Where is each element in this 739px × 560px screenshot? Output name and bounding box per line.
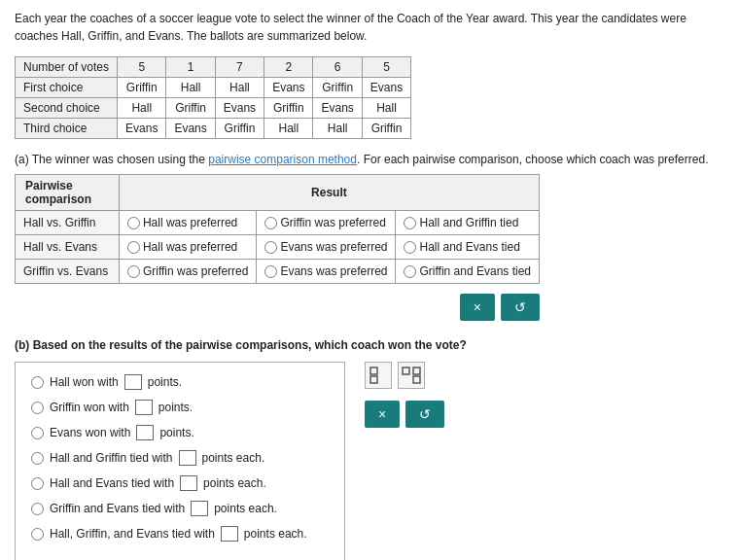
radio-hall-preferred-he[interactable] xyxy=(127,241,140,254)
radio-griffin-won[interactable] xyxy=(31,402,44,414)
hall-evans-tied-input[interactable] xyxy=(180,475,197,491)
ballot-header-2: 1 xyxy=(166,57,215,78)
part-b-area: Hall won with points. Griffin won with p… xyxy=(15,362,724,560)
all-tied-input[interactable] xyxy=(221,526,238,542)
second-choice-row: Second choice Hall Griffin Evans Griffin… xyxy=(16,98,411,119)
ballot-header-label: Number of votes xyxy=(16,57,118,78)
option-griffin-evans-1[interactable]: Griffin was preferred xyxy=(119,260,257,284)
svg-rect-0 xyxy=(370,368,377,374)
evans-won-input[interactable] xyxy=(136,425,154,440)
radio-griffin-preferred[interactable] xyxy=(264,217,277,229)
part-a-buttons: × ↺ xyxy=(15,294,540,321)
evans-preferred-ge-label: Evans was preferred xyxy=(280,264,387,278)
option-griffin-evans-2[interactable]: Evans was preferred xyxy=(257,260,396,284)
svg-rect-4 xyxy=(413,376,420,383)
radio-hall-griffin-tied[interactable] xyxy=(404,217,416,229)
first-choice-c4: Evans xyxy=(264,78,313,98)
pairwise-col2-header: Result xyxy=(119,175,539,211)
fraction-icon-2[interactable] xyxy=(398,362,425,389)
option-hall-evans-2[interactable]: Evans was preferred xyxy=(257,235,396,260)
griffin-evans-tied-suffix: points each. xyxy=(214,502,277,515)
part-a-intro: (a) The winner was chosen using the pair… xyxy=(15,153,724,166)
option-hall-griffin-2[interactable]: Griffin was preferred xyxy=(257,211,396,235)
second-choice-c3: Evans xyxy=(215,98,264,119)
second-choice-c2: Griffin xyxy=(166,98,215,119)
first-choice-c6: Evans xyxy=(362,78,410,98)
pairwise-row-hall-evans: Hall vs. Evans Hall was preferred Evans … xyxy=(16,235,540,260)
pairwise-container: Pairwise comparison Result Hall vs. Grif… xyxy=(15,174,724,321)
ballot-header-3: 7 xyxy=(215,57,264,78)
pairwise-row-hall-griffin: Hall vs. Griffin Hall was preferred Grif… xyxy=(16,211,540,235)
griffin-evans-tied-input[interactable] xyxy=(191,501,208,516)
radio-evans-preferred-he[interactable] xyxy=(264,241,277,254)
all-tied-suffix: points each. xyxy=(244,527,307,541)
hall-evans-tied-text: Hall and Evans tied with xyxy=(50,476,174,490)
hall-griffin-tied-input[interactable] xyxy=(179,450,196,466)
hall-preferred-he-label: Hall was preferred xyxy=(143,240,237,254)
choice-all-tied: Hall, Griffin, and Evans tied with point… xyxy=(31,526,329,542)
choice-hall-griffin-tied: Hall and Griffin tied with points each. xyxy=(31,450,329,466)
part-b-buttons: × ↺ xyxy=(365,401,444,428)
griffin-won-input[interactable] xyxy=(135,400,153,415)
part-a-submit-button[interactable]: ↺ xyxy=(501,294,540,321)
radio-hall-griffin-tied-b[interactable] xyxy=(31,452,44,465)
part-b-submit-button[interactable]: ↺ xyxy=(405,401,444,428)
hall-won-text: Hall won with xyxy=(50,375,119,389)
third-choice-label: Third choice xyxy=(16,119,118,139)
hall-won-suffix: points. xyxy=(148,375,182,389)
fraction-icon-1[interactable] xyxy=(365,362,392,389)
pairwise-col1-header: Pairwise comparison xyxy=(16,175,120,211)
radio-hall-evans-tied-b[interactable] xyxy=(31,477,44,490)
part-b-clear-button[interactable]: × xyxy=(365,401,400,428)
third-choice-c4: Hall xyxy=(264,119,313,139)
hall-griffin-tied-label: Hall and Griffin tied xyxy=(419,216,518,229)
radio-hall-evans-tied[interactable] xyxy=(404,241,416,254)
part-a-clear-button[interactable]: × xyxy=(460,294,495,321)
radio-all-tied[interactable] xyxy=(31,528,44,541)
fraction-icons xyxy=(365,362,444,389)
pairwise-table: Pairwise comparison Result Hall vs. Grif… xyxy=(15,174,540,284)
ballot-header-5: 6 xyxy=(313,57,362,78)
svg-rect-2 xyxy=(403,368,409,374)
third-choice-c6: Griffin xyxy=(362,119,410,139)
griffin-preferred-ge-label: Griffin was preferred xyxy=(143,264,249,278)
pairwise-row-griffin-evans: Griffin vs. Evans Griffin was preferred … xyxy=(16,260,540,284)
comparison-griffin-evans: Griffin vs. Evans xyxy=(16,260,120,284)
choice-hall-evans-tied: Hall and Evans tied with points each. xyxy=(31,475,329,491)
option-hall-evans-1[interactable]: Hall was preferred xyxy=(119,235,257,260)
third-choice-c5: Hall xyxy=(313,119,362,139)
third-choice-row: Third choice Evans Evans Griffin Hall Ha… xyxy=(16,119,411,139)
svg-rect-1 xyxy=(370,376,377,383)
ballot-table: Number of votes 5 1 7 2 6 5 First choice… xyxy=(15,56,411,139)
third-choice-c1: Evans xyxy=(118,119,166,139)
griffin-won-suffix: points. xyxy=(158,401,193,414)
pairwise-link[interactable]: pairwise comparison method xyxy=(208,153,357,166)
second-choice-c1: Hall xyxy=(118,98,166,119)
option-hall-evans-3[interactable]: Hall and Evans tied xyxy=(396,235,540,260)
ballot-header-1: 5 xyxy=(118,57,166,78)
radio-evans-preferred-ge[interactable] xyxy=(264,265,277,278)
option-griffin-evans-3[interactable]: Griffin and Evans tied xyxy=(396,260,540,284)
part-b-right-area: × ↺ xyxy=(365,362,444,560)
choice-hall-won: Hall won with points. xyxy=(31,374,329,390)
second-choice-c5: Evans xyxy=(313,98,362,119)
radio-griffin-preferred-ge[interactable] xyxy=(127,265,140,278)
option-hall-griffin-1[interactable]: Hall was preferred xyxy=(119,211,257,235)
radio-griffin-evans-tied[interactable] xyxy=(404,265,416,278)
second-choice-label: Second choice xyxy=(16,98,118,119)
radio-hall-preferred[interactable] xyxy=(127,217,140,229)
intro-text: Each year the coaches of a soccer league… xyxy=(15,10,724,45)
hall-griffin-tied-text: Hall and Griffin tied with xyxy=(50,451,173,465)
pairwise-header: Pairwise comparison Result xyxy=(16,175,540,211)
hall-won-input[interactable] xyxy=(124,374,142,390)
third-choice-c3: Griffin xyxy=(215,119,264,139)
option-hall-griffin-3[interactable]: Hall and Griffin tied xyxy=(396,211,540,235)
evans-won-suffix: points. xyxy=(159,426,194,439)
radio-hall-won[interactable] xyxy=(31,376,44,389)
radio-evans-won[interactable] xyxy=(31,427,44,439)
choice-griffin-won: Griffin won with points. xyxy=(31,400,329,415)
second-choice-c6: Hall xyxy=(362,98,410,119)
hall-evans-tied-label: Hall and Evans tied xyxy=(419,240,519,254)
radio-griffin-evans-tied-b[interactable] xyxy=(31,503,44,515)
comparison-hall-griffin: Hall vs. Griffin xyxy=(16,211,120,235)
